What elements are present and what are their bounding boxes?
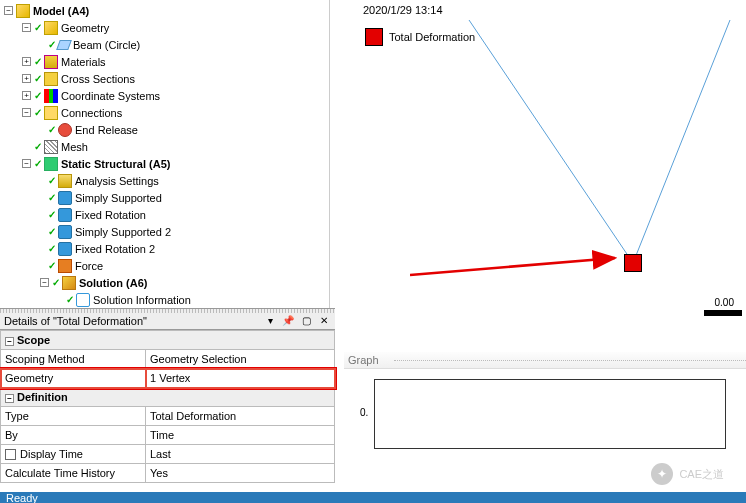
- tree-item-connections[interactable]: − ✓ Connections: [0, 104, 329, 121]
- tree-item-solution[interactable]: − ✓ Solution (A6): [0, 274, 329, 291]
- beam-icon: [56, 40, 72, 50]
- tree-item-simply-supported[interactable]: ✓ Simply Supported: [0, 189, 329, 206]
- check-icon: ✓: [34, 107, 42, 118]
- check-icon: ✓: [34, 22, 42, 33]
- category-scope[interactable]: −Scope: [1, 331, 335, 350]
- prop-value[interactable]: Time: [146, 426, 335, 445]
- collapse-icon[interactable]: −: [4, 6, 13, 15]
- tree-item-materials[interactable]: + ✓ Materials: [0, 53, 329, 70]
- row-calc-time-history[interactable]: Calculate Time History Yes: [1, 464, 335, 483]
- tree-label: Simply Supported: [75, 192, 162, 204]
- prop-value[interactable]: 1 Vertex: [146, 369, 335, 388]
- check-icon: ✓: [66, 294, 74, 305]
- pin-icon[interactable]: 📌: [281, 314, 295, 328]
- check-icon: ✓: [52, 277, 60, 288]
- solution-icon: [62, 276, 76, 290]
- materials-icon: [44, 55, 58, 69]
- tree-item-solution-info[interactable]: ✓ Solution Information: [0, 291, 329, 308]
- tree-label: Solution (A6): [79, 277, 147, 289]
- tree-item-analysis-settings[interactable]: ✓ Analysis Settings: [0, 172, 329, 189]
- tree-label: Materials: [61, 56, 106, 68]
- row-type[interactable]: Type Total Deformation: [1, 407, 335, 426]
- tree-label: Solution Information: [93, 294, 191, 306]
- tree-item-mesh[interactable]: ✓ Mesh: [0, 138, 329, 155]
- support-icon: [58, 242, 72, 256]
- svg-line-3: [410, 258, 615, 275]
- tree-label: Model (A4): [33, 5, 89, 17]
- outline-tree-panel: − Model (A4) − ✓ Geometry ✓ Beam (Circle…: [0, 0, 330, 308]
- tree-item-cross-sections[interactable]: + ✓ Cross Sections: [0, 70, 329, 87]
- prop-value[interactable]: Total Deformation: [146, 407, 335, 426]
- expand-icon[interactable]: +: [22, 57, 31, 66]
- collapse-icon[interactable]: −: [22, 159, 31, 168]
- watermark: ✦ CAE之道: [651, 463, 724, 485]
- row-geometry[interactable]: Geometry 1 Vertex: [1, 369, 335, 388]
- force-icon: [58, 259, 72, 273]
- tree-label: Cross Sections: [61, 73, 135, 85]
- check-icon: ✓: [48, 192, 56, 203]
- wechat-icon: ✦: [651, 463, 673, 485]
- maximize-icon[interactable]: ▢: [299, 314, 313, 328]
- expand-icon[interactable]: +: [22, 91, 31, 100]
- check-icon: ✓: [34, 158, 42, 169]
- prop-key: Display Time: [20, 448, 83, 460]
- row-by[interactable]: By Time: [1, 426, 335, 445]
- tree-item-fixed-rotation-2[interactable]: ✓ Fixed Rotation 2: [0, 240, 329, 257]
- prop-value[interactable]: Yes: [146, 464, 335, 483]
- prop-key: Calculate Time History: [1, 464, 146, 483]
- check-icon: ✓: [48, 175, 56, 186]
- graph-panel: Graph 0.: [344, 352, 746, 477]
- support-icon: [58, 208, 72, 222]
- checkbox[interactable]: [5, 449, 16, 460]
- prop-key: By: [1, 426, 146, 445]
- scale-bar: [704, 310, 742, 316]
- close-icon[interactable]: ✕: [317, 314, 331, 328]
- prop-value[interactable]: Geometry Selection: [146, 350, 335, 369]
- status-bar: Ready: [0, 492, 746, 503]
- check-icon: ✓: [48, 226, 56, 237]
- check-icon: ✓: [48, 124, 56, 135]
- tree-label: End Release: [75, 124, 138, 136]
- tree-item-end-release[interactable]: ✓ End Release: [0, 121, 329, 138]
- expand-icon[interactable]: +: [22, 74, 31, 83]
- dropdown-icon[interactable]: ▾: [263, 314, 277, 328]
- end-release-icon: [58, 123, 72, 137]
- tree-label: Beam (Circle): [73, 39, 140, 51]
- collapse-icon[interactable]: −: [40, 278, 49, 287]
- tree-label: Force: [75, 260, 103, 272]
- check-icon: ✓: [48, 209, 56, 220]
- graph-title: Graph: [344, 352, 746, 369]
- tree-item-beam[interactable]: ✓ Beam (Circle): [0, 36, 329, 53]
- tree-item-coordinate-systems[interactable]: + ✓ Coordinate Systems: [0, 87, 329, 104]
- details-panel: Details of "Total Deformation" ▾ 📌 ▢ ✕ −…: [0, 308, 335, 503]
- beam-geometry: [335, 0, 746, 345]
- row-display-time[interactable]: Display Time Last: [1, 445, 335, 464]
- tree-item-geometry[interactable]: − ✓ Geometry: [0, 19, 329, 36]
- tree-item-model[interactable]: − Model (A4): [0, 2, 329, 19]
- check-icon: ✓: [34, 56, 42, 67]
- tree-item-force[interactable]: ✓ Force: [0, 257, 329, 274]
- tree-item-simply-supported-2[interactable]: ✓ Simply Supported 2: [0, 223, 329, 240]
- check-icon: ✓: [48, 260, 56, 271]
- tree-label: Fixed Rotation 2: [75, 243, 155, 255]
- cross-sections-icon: [44, 72, 58, 86]
- tree-item-static-structural[interactable]: − ✓ Static Structural (A5): [0, 155, 329, 172]
- prop-value[interactable]: Last: [146, 445, 335, 464]
- details-header: Details of "Total Deformation" ▾ 📌 ▢ ✕: [0, 308, 335, 330]
- row-scoping-method[interactable]: Scoping Method Geometry Selection: [1, 350, 335, 369]
- tree-label: Fixed Rotation: [75, 209, 146, 221]
- mesh-icon: [44, 140, 58, 154]
- prop-key: Type: [1, 407, 146, 426]
- tree-label: Simply Supported 2: [75, 226, 171, 238]
- collapse-icon[interactable]: −: [22, 108, 31, 117]
- tree-item-fixed-rotation[interactable]: ✓ Fixed Rotation: [0, 206, 329, 223]
- tree-label: Static Structural (A5): [61, 158, 170, 170]
- collapse-icon[interactable]: −: [22, 23, 31, 32]
- graphics-viewport[interactable]: 2020/1/29 13:14 Total Deformation 0.00: [335, 0, 746, 345]
- tree-label: Analysis Settings: [75, 175, 159, 187]
- check-icon: ✓: [48, 39, 56, 50]
- check-icon: ✓: [34, 90, 42, 101]
- category-definition[interactable]: −Definition: [1, 388, 335, 407]
- graph-plot-area[interactable]: [374, 379, 726, 449]
- tree-label: Connections: [61, 107, 122, 119]
